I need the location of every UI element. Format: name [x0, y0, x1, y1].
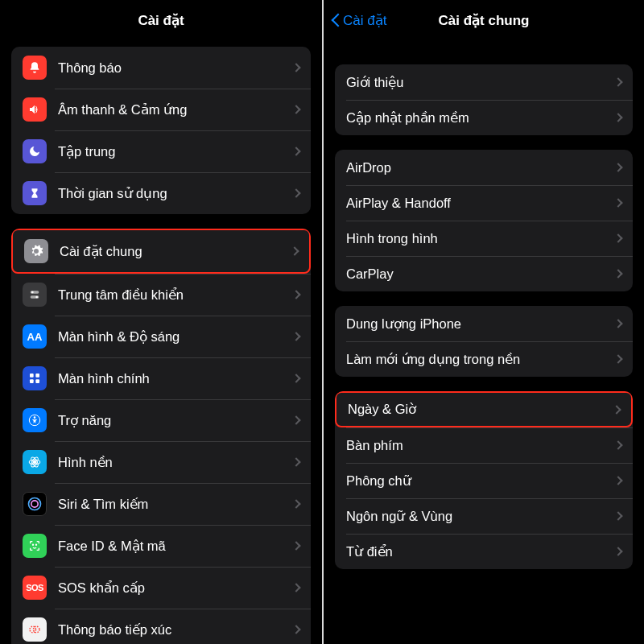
- row-label: Ngôn ngữ & Vùng: [346, 509, 615, 524]
- chevron-right-icon: [613, 113, 622, 122]
- row-accessibility[interactable]: Trợ năng: [11, 399, 311, 441]
- svg-point-18: [30, 626, 36, 633]
- back-button[interactable]: Cài đặt: [330, 12, 386, 29]
- row-focus[interactable]: Tập trung: [11, 130, 311, 172]
- row-label: Siri & Tìm kiếm: [58, 497, 293, 512]
- row-fonts[interactable]: Phông chữ: [335, 463, 633, 498]
- chevron-right-icon: [291, 188, 300, 197]
- row-faceid[interactable]: Face ID & Mật mã: [11, 525, 311, 567]
- page-title: Cài đặt: [138, 12, 184, 29]
- exposure-icon: [23, 617, 47, 642]
- siri-icon: [23, 492, 47, 516]
- row-label: Trợ năng: [58, 413, 293, 428]
- svg-point-16: [32, 544, 33, 545]
- header: Cài đặt Cài đặt chung: [324, 0, 644, 40]
- settings-screen: Cài đặt Thông báo Âm thanh & Cảm ứng: [0, 0, 322, 644]
- row-screentime[interactable]: Thời gian sử dụng: [11, 172, 311, 214]
- row-wallpaper[interactable]: Hình nền: [11, 441, 311, 483]
- svg-rect-5: [35, 374, 39, 378]
- row-control-center[interactable]: Trung tâm điều khiển: [11, 274, 311, 316]
- display-icon: AA: [23, 324, 47, 349]
- hourglass-icon: [23, 181, 47, 205]
- row-label: Màn hình & Độ sáng: [58, 329, 293, 345]
- chevron-right-icon: [613, 163, 622, 171]
- chevron-right-icon: [613, 547, 622, 555]
- row-date-time[interactable]: Ngày & Giờ: [335, 391, 633, 427]
- row-label: Thông báo: [58, 60, 293, 76]
- bell-icon: [23, 56, 47, 80]
- svg-point-14: [29, 498, 41, 510]
- group-datetime: Ngày & Giờ Bàn phím Phông chữ Ngôn ngữ &…: [335, 391, 633, 569]
- row-label: SOS khẩn cấp: [58, 580, 293, 596]
- sos-icon: SOS: [23, 576, 47, 600]
- chevron-right-icon: [613, 198, 622, 207]
- svg-point-15: [31, 501, 38, 507]
- chevron-right-icon: [291, 332, 300, 341]
- row-label: Từ điển: [346, 544, 615, 559]
- chevron-right-icon: [291, 415, 300, 424]
- row-about[interactable]: Giới thiệu: [335, 64, 633, 100]
- row-label: Làm mới ứng dụng trong nền: [346, 352, 615, 367]
- chevron-right-icon: [613, 319, 622, 328]
- chevron-right-icon: [291, 625, 300, 634]
- chevron-right-icon: [612, 405, 621, 414]
- row-homescreen[interactable]: Màn hình chính: [11, 357, 311, 399]
- row-label: Thời gian sử dụng: [58, 186, 293, 201]
- group-general: Cài đặt chung Trung tâm điều khiển AA Mà…: [11, 229, 311, 644]
- chevron-left-icon: [330, 12, 340, 28]
- general-settings-screen: Cài đặt Cài đặt chung Giới thiệu Cập nhậ…: [322, 0, 644, 644]
- row-sounds[interactable]: Âm thanh & Cảm ứng: [11, 89, 311, 130]
- row-label: Tập trung: [58, 144, 293, 159]
- chevron-right-icon: [291, 499, 300, 508]
- row-general[interactable]: Cài đặt chung: [11, 229, 311, 274]
- chevron-right-icon: [291, 290, 300, 299]
- row-label: AirPlay & Handoff: [346, 196, 615, 211]
- row-display[interactable]: AA Màn hình & Độ sáng: [11, 316, 311, 357]
- svg-rect-7: [35, 379, 39, 383]
- chevron-right-icon: [613, 440, 622, 449]
- chevron-right-icon: [613, 233, 622, 242]
- row-siri[interactable]: Siri & Tìm kiếm: [11, 483, 311, 525]
- svg-point-2: [31, 291, 34, 294]
- back-label: Cài đặt: [343, 12, 386, 29]
- general-list: Giới thiệu Cập nhật phần mềm AirDrop Air…: [324, 40, 644, 580]
- chevron-right-icon: [613, 476, 622, 485]
- row-label: Hình trong hình: [346, 231, 615, 246]
- group-storage: Dung lượng iPhone Làm mới ứng dụng trong…: [335, 306, 633, 377]
- chevron-right-icon: [291, 583, 300, 592]
- chevron-right-icon: [613, 77, 622, 86]
- row-notifications[interactable]: Thông báo: [11, 47, 311, 89]
- row-storage[interactable]: Dung lượng iPhone: [335, 306, 633, 341]
- svg-point-3: [35, 296, 38, 299]
- group-notifications: Thông báo Âm thanh & Cảm ứng Tập trung: [11, 47, 311, 214]
- svg-point-9: [34, 416, 36, 419]
- faceid-icon: [23, 534, 47, 558]
- row-label: Thông báo tiếp xúc: [58, 622, 293, 638]
- switches-icon: [23, 283, 47, 307]
- row-label: Ngày & Giờ: [348, 402, 613, 417]
- row-label: Phông chữ: [346, 473, 615, 489]
- chevron-right-icon: [613, 354, 622, 363]
- row-background-refresh[interactable]: Làm mới ứng dụng trong nền: [335, 341, 633, 377]
- svg-point-10: [33, 460, 37, 464]
- gear-icon: [24, 239, 48, 263]
- row-label: Âm thanh & Cảm ứng: [58, 102, 293, 118]
- page-title: Cài đặt chung: [439, 12, 530, 29]
- row-exposure[interactable]: Thông báo tiếp xúc: [11, 609, 311, 644]
- chevron-right-icon: [291, 457, 300, 466]
- chevron-right-icon: [291, 147, 300, 155]
- row-carplay[interactable]: CarPlay: [335, 256, 633, 291]
- chevron-right-icon: [613, 511, 622, 520]
- row-language-region[interactable]: Ngôn ngữ & Vùng: [335, 498, 633, 534]
- svg-rect-4: [30, 374, 34, 378]
- row-keyboard[interactable]: Bàn phím: [335, 427, 633, 463]
- row-sos[interactable]: SOS SOS khẩn cấp: [11, 567, 311, 609]
- row-airdrop[interactable]: AirDrop: [335, 150, 633, 185]
- svg-rect-6: [30, 379, 34, 383]
- row-dictionary[interactable]: Từ điển: [335, 534, 633, 569]
- row-pip[interactable]: Hình trong hình: [335, 221, 633, 256]
- row-airplay[interactable]: AirPlay & Handoff: [335, 185, 633, 221]
- chevron-right-icon: [290, 246, 299, 255]
- row-software-update[interactable]: Cập nhật phần mềm: [335, 100, 633, 135]
- group-about: Giới thiệu Cập nhật phần mềm: [335, 64, 633, 135]
